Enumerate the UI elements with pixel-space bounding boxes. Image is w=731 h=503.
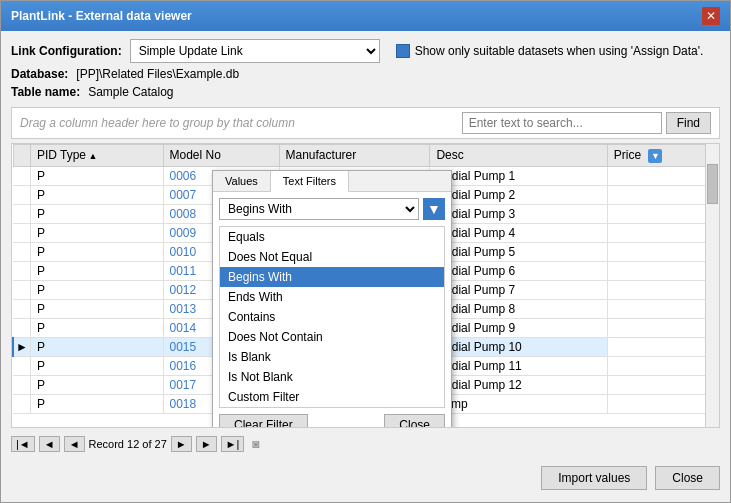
cell-pid: P [30, 299, 163, 318]
filter-icon[interactable]: ▼ [648, 149, 662, 163]
filter-option[interactable]: Does Not Contain [220, 327, 444, 347]
dropdown-close-button[interactable]: Close [384, 414, 445, 428]
last-page-button[interactable]: ►| [221, 436, 245, 452]
col-manufacturer[interactable]: Manufacturer [279, 145, 430, 167]
show-only-label: Show only suitable datasets when using '… [415, 44, 704, 58]
row-arrow [13, 204, 30, 223]
link-config-row: Link Configuration: Simple Update Link S… [11, 39, 720, 63]
row-arrow [13, 299, 30, 318]
filter-dropdown: Values Text Filters Begins With ▼ Equals… [212, 170, 452, 428]
cell-pid: P [30, 375, 163, 394]
row-arrow [13, 261, 30, 280]
database-row: Database: [PP]\Related Files\Example.db [11, 67, 720, 81]
cell-pid: P [30, 318, 163, 337]
scrollbar-thumb[interactable] [707, 164, 718, 204]
search-area: Find [462, 112, 711, 134]
pagination-bar: |◄ ◄ ◄ Record 12 of 27 ► ► ►| ◙ [11, 432, 720, 456]
cell-pid: P [30, 204, 163, 223]
row-arrow [13, 375, 30, 394]
col-desc[interactable]: Desc [430, 145, 607, 167]
cell-pid: P [30, 394, 163, 413]
database-label: Database: [11, 67, 68, 81]
cell-desc: Radial Pump 1 [430, 166, 607, 185]
filter-option[interactable]: Ends With [220, 287, 444, 307]
filter-option[interactable]: Is Blank [220, 347, 444, 367]
show-only-checkbox[interactable] [396, 44, 410, 58]
next-page-button[interactable]: ► [196, 436, 217, 452]
cell-pid: P [30, 242, 163, 261]
row-arrow [13, 356, 30, 375]
row-arrow [13, 166, 30, 185]
table-name-row: Table name: Sample Catalog [11, 85, 720, 99]
cell-desc: Radial Pump 11 [430, 356, 607, 375]
col-price[interactable]: Price ▼ [607, 145, 718, 167]
clear-filter-button[interactable]: Clear Filter [219, 414, 308, 428]
data-table-container: PID Type Model No Manufacturer Desc Pric… [11, 143, 720, 428]
cell-pid: P [30, 280, 163, 299]
search-input[interactable] [462, 112, 662, 134]
filter-option[interactable]: Equals [220, 227, 444, 247]
window-title: PlantLink - External data viewer [11, 9, 192, 23]
cell-desc: Radial Pump 10 [430, 337, 607, 356]
cell-pid: P [30, 337, 163, 356]
cell-desc: Pump [430, 394, 607, 413]
prev-record-button[interactable]: ◄ [64, 436, 85, 452]
dropdown-tabs: Values Text Filters [213, 171, 451, 192]
cell-pid: P [30, 261, 163, 280]
filter-option[interactable]: Custom Filter [220, 387, 444, 407]
dropdown-arrow-button[interactable]: ▼ [423, 198, 445, 220]
cell-desc: Radial Pump 12 [430, 375, 607, 394]
cell-desc: Radial Pump 8 [430, 299, 607, 318]
row-arrow [13, 280, 30, 299]
tab-values[interactable]: Values [213, 171, 271, 191]
tab-text-filters[interactable]: Text Filters [271, 171, 349, 192]
row-arrow [13, 223, 30, 242]
filter-type-select[interactable]: Begins With [219, 198, 419, 220]
next-record-button[interactable]: ► [171, 436, 192, 452]
import-values-button[interactable]: Import values [541, 466, 647, 490]
dropdown-select-row: Begins With ▼ [213, 192, 451, 226]
cell-desc: Radial Pump 4 [430, 223, 607, 242]
row-arrow: ► [13, 337, 30, 356]
col-arrow [13, 145, 30, 167]
first-page-button[interactable]: |◄ [11, 436, 35, 452]
cell-pid: P [30, 185, 163, 204]
table-header-row: PID Type Model No Manufacturer Desc Pric… [13, 145, 719, 167]
prev-page-button[interactable]: ◄ [39, 436, 60, 452]
row-arrow [13, 318, 30, 337]
close-button[interactable]: Close [655, 466, 720, 490]
show-only-row: Show only suitable datasets when using '… [396, 44, 704, 58]
pagination-text: Record 12 of 27 [89, 438, 167, 450]
filter-option[interactable]: Is Not Blank [220, 367, 444, 387]
row-arrow [13, 394, 30, 413]
drag-hint-text: Drag a column header here to group by th… [20, 116, 295, 130]
find-button[interactable]: Find [666, 112, 711, 134]
drag-header-bar: Drag a column header here to group by th… [11, 107, 720, 139]
table-name-value: Sample Catalog [88, 85, 173, 99]
link-config-select[interactable]: Simple Update Link [130, 39, 380, 63]
bottom-buttons: Import values Close [11, 460, 720, 494]
filter-option[interactable]: Contains [220, 307, 444, 327]
filter-option[interactable]: Begins With [220, 267, 444, 287]
table-name-label: Table name: [11, 85, 80, 99]
col-pid-type[interactable]: PID Type [30, 145, 163, 167]
pagination-extra: ◙ [252, 437, 259, 451]
cell-pid: P [30, 166, 163, 185]
database-value: [PP]\Related Files\Example.db [76, 67, 239, 81]
row-arrow [13, 185, 30, 204]
cell-desc: Radial Pump 3 [430, 204, 607, 223]
cell-desc: Radial Pump 9 [430, 318, 607, 337]
cell-desc: Radial Pump 6 [430, 261, 607, 280]
filter-option[interactable]: Does Not Equal [220, 247, 444, 267]
cell-desc: Radial Pump 2 [430, 185, 607, 204]
cell-pid: P [30, 356, 163, 375]
link-config-label: Link Configuration: [11, 44, 122, 58]
vertical-scrollbar[interactable] [705, 144, 719, 427]
cell-pid: P [30, 223, 163, 242]
filter-list: EqualsDoes Not EqualBegins WithEnds With… [219, 226, 445, 408]
main-window: PlantLink - External data viewer ✕ Link … [0, 0, 731, 503]
col-model-no[interactable]: Model No [163, 145, 279, 167]
cell-desc: Radial Pump 5 [430, 242, 607, 261]
dropdown-actions: Clear Filter Close [213, 408, 451, 428]
close-window-button[interactable]: ✕ [702, 7, 720, 25]
